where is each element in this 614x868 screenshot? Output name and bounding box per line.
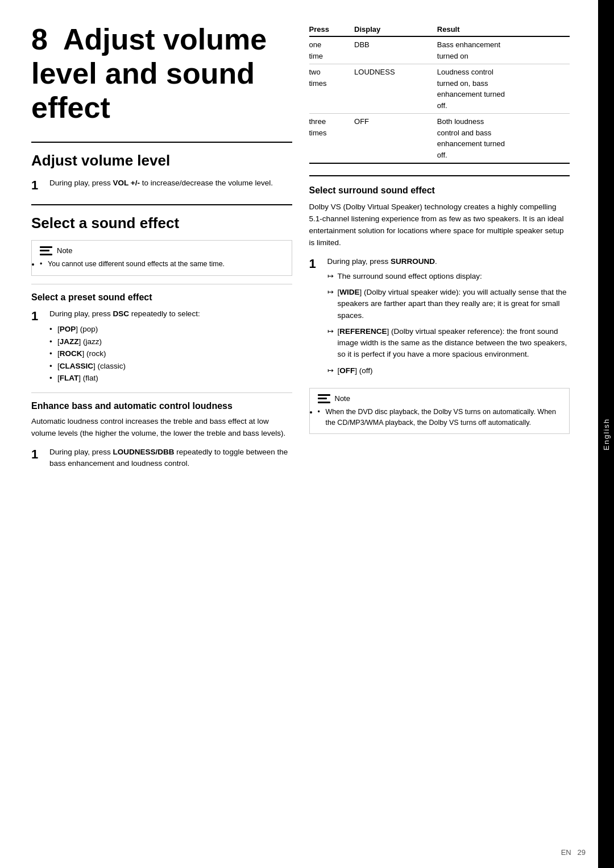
footer-page-number: 29 xyxy=(578,848,586,857)
table-header-result: Result xyxy=(437,23,570,36)
table-cell-display-3: OFF xyxy=(354,114,437,164)
side-language-tab: English xyxy=(598,0,614,868)
section-sound-effect-title: Select a sound effect xyxy=(31,214,292,232)
step-content-vol: During play, press VOL +/- to increase/d… xyxy=(49,177,273,194)
preset-option-flat: [FLAT] (flat) xyxy=(49,372,200,385)
table-cell-display-1: DBB xyxy=(354,36,437,64)
note-item-surround: When the DVD disc playback, the Dolby VS… xyxy=(318,407,562,428)
arrow-item-display: The surround sound effect options displa… xyxy=(327,271,570,282)
table-cell-press-2: twotimes xyxy=(309,64,355,114)
step-block-preset: 1 During play, press DSC repeatedly to s… xyxy=(31,308,292,385)
step-number-preset: 1 xyxy=(31,308,44,385)
step-number-bass: 1 xyxy=(31,447,44,470)
step-content-preset: During play, press DSC repeatedly to sel… xyxy=(49,308,200,385)
step-number-surround: 1 xyxy=(309,256,322,381)
step-block-bass: 1 During play, press LOUDNESS/DBB repeat… xyxy=(31,447,292,470)
table-cell-press-3: threetimes xyxy=(309,114,355,164)
arrow-item-reference: [REFERENCE] (Dolby virtual speaker refer… xyxy=(327,326,570,361)
bass-body-text: Automatic loudness control increases the… xyxy=(31,416,292,440)
chapter-number: 8 xyxy=(31,23,63,56)
arrow-item-wide: [WIDE] (Dolby virtual speaker wide): you… xyxy=(327,287,570,321)
step-content-bass: During play, press LOUDNESS/DBB repeated… xyxy=(49,447,292,470)
right-column: Press Display Result onetime DBB Bass en… xyxy=(309,23,570,845)
table-row-1: onetime DBB Bass enhancementturned on xyxy=(309,36,570,64)
section-surround-title: Select surround sound effect xyxy=(309,185,570,196)
table-row-3: threetimes OFF Both loudnesscontrol and … xyxy=(309,114,570,164)
table-cell-result-1: Bass enhancementturned on xyxy=(437,36,570,64)
divider-1 xyxy=(31,142,292,143)
surround-body-text: Dolby VS (Dolby Virtual Speaker) technol… xyxy=(309,201,570,249)
table-header-display: Display xyxy=(354,23,437,36)
note-icon xyxy=(40,246,52,255)
press-table: Press Display Result onetime DBB Bass en… xyxy=(309,23,570,164)
surround-arrow-list: The surround sound effect options displa… xyxy=(327,271,570,377)
note-box-surround: Note When the DVD disc playback, the Dol… xyxy=(309,388,570,435)
step-content-surround: During play, press SURROUND. The surroun… xyxy=(327,256,570,381)
table-cell-result-3: Both loudnesscontrol and bassenhancement… xyxy=(437,114,570,164)
note-label-1: Note xyxy=(57,246,72,255)
table-cell-result-2: Loudness controlturned on, bassenhanceme… xyxy=(437,64,570,114)
table-cell-press-1: onetime xyxy=(309,36,355,64)
section-adjust-volume-title: Adjust volume level xyxy=(31,152,292,170)
left-column: 8 Adjust volumelevel and soundeffect Adj… xyxy=(31,23,292,845)
preset-option-rock: [ROCK] (rock) xyxy=(49,348,200,360)
subsection-preset-title: Select a preset sound effect xyxy=(31,292,292,303)
language-label: English xyxy=(602,418,611,450)
preset-option-pop: [POP] (pop) xyxy=(49,323,200,336)
preset-option-jazz: [JAZZ] (jazz) xyxy=(49,336,200,348)
note-header: Note xyxy=(40,246,284,255)
step-number-1: 1 xyxy=(31,177,44,194)
arrow-item-off: [OFF] (off) xyxy=(327,365,570,377)
step-block-surround: 1 During play, press SURROUND. The surro… xyxy=(309,256,570,381)
table-row-2: twotimes LOUDNESS Loudness controlturned… xyxy=(309,64,570,114)
table-header-press: Press xyxy=(309,23,355,36)
note-box-sound-effect: Note You cannot use different sound effe… xyxy=(31,240,292,276)
subsection-bass-title: Enhance bass and automatic control loudn… xyxy=(31,401,292,411)
divider-right-1 xyxy=(309,175,570,176)
note-content-1: You cannot use different sound effects a… xyxy=(40,259,284,270)
page-title: 8 Adjust volumelevel and soundeffect xyxy=(31,23,292,125)
preset-option-classic: [CLASSIC] (classic) xyxy=(49,360,200,373)
footer: EN 29 xyxy=(561,848,586,857)
divider-3 xyxy=(31,284,292,284)
note-item-1: You cannot use different sound effects a… xyxy=(40,259,284,270)
note-label-surround: Note xyxy=(335,394,350,403)
note-icon-surround xyxy=(318,394,330,403)
table-cell-display-2: LOUDNESS xyxy=(354,64,437,114)
divider-2 xyxy=(31,204,292,205)
step-block-vol: 1 During play, press VOL +/- to increase… xyxy=(31,177,292,194)
preset-options-list: [POP] (pop) [JAZZ] (jazz) [ROCK] (rock) … xyxy=(49,323,200,385)
divider-4 xyxy=(31,392,292,393)
title-text: Adjust volumelevel and soundeffect xyxy=(31,23,267,124)
note-content-surround: When the DVD disc playback, the Dolby VS… xyxy=(318,407,562,428)
note-header-surround: Note xyxy=(318,394,562,403)
footer-label: EN xyxy=(561,848,571,857)
